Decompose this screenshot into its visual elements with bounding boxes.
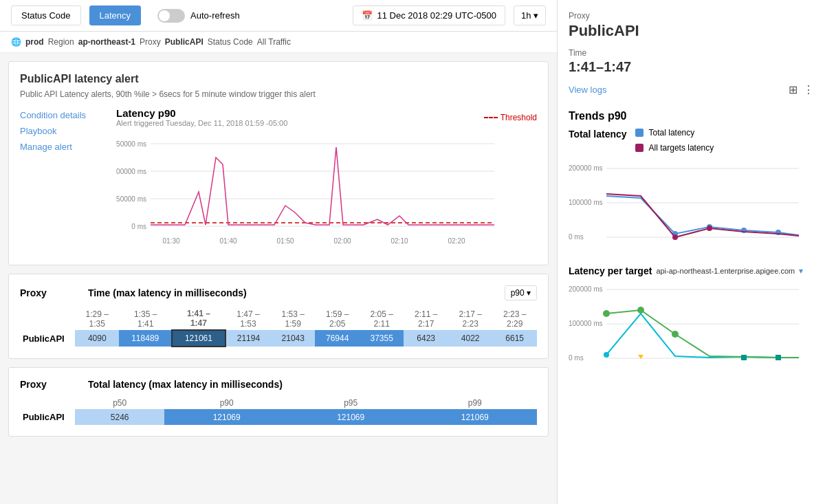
proxy-label: Proxy [140,37,161,47]
svg-text:150000 ms: 150000 ms [116,140,146,148]
th-9: 2:17 –2:23 [448,307,492,330]
p90-label: p90 [511,288,525,298]
cell-3: 121061 [172,330,226,347]
th-6: 1:59 –2:05 [315,307,359,330]
th-3: 1:41 –1:47 [172,307,226,330]
total-latency-table-card: Proxy Total latency (max latency in mill… [8,367,549,437]
chevron-down-icon: ▾ [534,10,538,21]
condition-details-link[interactable]: Condition details [20,110,102,120]
rp-actions: View logs ⊞ ⋮ [569,83,814,96]
alert-card: PublicAPI latency alert Public API Laten… [8,61,549,265]
cell-1: 4090 [75,330,119,347]
tab-latency[interactable]: Latency [89,6,142,25]
latency-target-row: Latency per target api-ap-northeast-1.en… [569,265,814,276]
chart-title-area: Latency p90 Alert triggered Tuesday, Dec… [116,107,287,127]
total-latency-subsection: Total latency Total latency All targets … [569,128,814,254]
p90-button[interactable]: p90 ▾ [505,285,537,300]
svg-text:01:30: 01:30 [162,237,179,245]
proxy-time-table: 1:29 –1:35 1:35 –1:41 1:41 –1:47 1:47 –1… [20,307,537,347]
total-lat-sub-label: Total latency [569,128,627,140]
calendar-icon: 📅 [362,10,373,21]
target-dropdown-icon[interactable]: ▾ [799,266,803,276]
total-latency-row: Total latency Total latency All targets … [569,128,814,155]
trends-title: Trends p90 [569,110,814,122]
legend-all-targets: All targets latency [635,143,714,153]
svg-text:0 ms: 0 ms [569,233,584,241]
region-value: ap-northeast-1 [78,37,135,47]
cell-4: 21194 [226,330,271,347]
chart-header: Latency p90 Alert triggered Tuesday, Dec… [116,107,537,127]
total-lat-proxy-label: Proxy [20,379,47,390]
th-4: 1:47 –1:53 [226,307,271,330]
th-proxy [20,307,75,330]
proxy-time-table-card: Proxy Time (max latency in milliseconds)… [8,274,549,359]
legend-total-dot [635,129,644,137]
auto-refresh-toggle[interactable] [157,9,185,23]
proxy-value: PublicAPI [165,37,204,47]
svg-text:0 ms: 0 ms [569,354,584,362]
rp-icon-group: ⊞ ⋮ [789,83,814,96]
svg-rect-40 [741,355,747,360]
cell-8: 6423 [404,330,448,347]
auto-refresh-container: Auto-refresh [157,9,240,23]
playbook-link[interactable]: Playbook [20,126,102,136]
svg-point-34 [603,310,610,317]
alert-title: PublicAPI latency alert [20,73,537,85]
target-name-label: api-ap-northeast-1.enterprise.apigee.com [656,267,795,275]
svg-text:200000 ms: 200000 ms [569,285,602,293]
card-body: Condition details Playbook Manage alert … [20,107,537,254]
svg-text:100000 ms: 100000 ms [569,199,602,206]
chart-subtitle: Alert triggered Tuesday, Dec 11, 2018 01… [116,119,287,127]
breadcrumb: 🌐 prod Region ap-northeast-1 Proxy Publi… [0,32,557,53]
th-5: 1:53 –1:59 [271,307,315,330]
proxy-name-cell: PublicAPI [20,330,75,347]
svg-text:02:00: 02:00 [333,237,351,245]
latency-per-target-subsection: Latency per target api-ap-northeast-1.en… [569,265,814,375]
th-10: 2:23 –2:29 [492,307,537,330]
svg-text:02:20: 02:20 [448,237,465,245]
svg-text:100000 ms: 100000 ms [116,168,146,175]
th-1: 1:29 –1:35 [75,307,119,330]
legend-all-targets-label: All targets latency [649,143,714,153]
rp-proxy-name: PublicAPI [569,22,814,40]
trends-top-chart: 200000 ms 100000 ms 0 ms [569,158,802,254]
th-2: 1:35 –1:41 [119,307,171,330]
status-code-label: Status Code [208,37,253,47]
tab-status-code[interactable]: Status Code [11,6,81,25]
th-8: 2:11 –2:17 [404,307,448,330]
header: Status Code Latency Auto-refresh 📅 11 De… [0,0,557,32]
table-row: PublicAPI 4090 118489 121061 21194 21043… [20,330,537,347]
more-options-icon[interactable]: ⋮ [803,83,814,96]
globe-icon: 🌐 [11,37,21,47]
latency-per-target-label: Latency per target [569,265,652,276]
date-value: 11 Dec 2018 02:29 UTC-0500 [377,10,496,21]
total-lat-p90: 121069 [164,409,289,425]
cell-7: 37355 [360,330,404,347]
svg-point-33 [604,352,609,358]
th-p95: p95 [289,397,413,409]
period-selector[interactable]: 1h ▾ [514,6,546,25]
total-lat-p50: 5246 [75,409,164,425]
rp-time-label: Time [569,48,814,58]
legend-all-targets-dot [635,144,644,152]
date-picker-button[interactable]: 📅 11 Dec 2018 02:29 UTC-0500 [353,6,505,25]
total-lat-proxy-name: PublicAPI [20,409,75,425]
cell-5: 21043 [271,330,315,347]
cell-9: 4022 [448,330,492,347]
chart-title: Latency p90 [116,107,287,119]
total-lat-title: Total latency (max latency in millisecon… [88,379,283,390]
threshold-text: Threshold [500,113,537,122]
period-value: 1h [521,10,531,21]
th-7: 2:05 –2:11 [360,307,404,330]
svg-rect-39 [776,355,781,360]
status-code-value: All Traffic [257,37,291,47]
svg-point-26 [707,226,712,231]
auto-refresh-label: Auto-refresh [190,10,240,21]
chart-area: Latency p90 Alert triggered Tuesday, Dec… [116,107,537,254]
bar-chart-icon[interactable]: ⊞ [789,83,798,96]
view-logs-link[interactable]: View logs [569,85,606,95]
svg-text:0 ms: 0 ms [131,223,146,230]
manage-alert-link[interactable]: Manage alert [20,142,102,152]
svg-text:01:40: 01:40 [219,237,236,245]
th-p99: p99 [412,397,537,409]
